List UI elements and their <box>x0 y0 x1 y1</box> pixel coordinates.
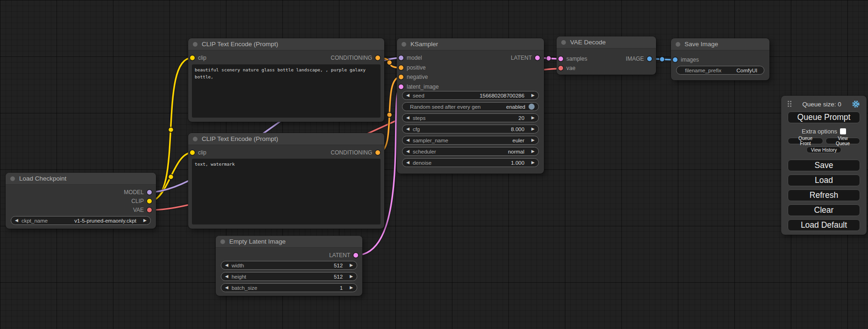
input-port-negative[interactable] <box>399 75 403 79</box>
collapse-dot-icon[interactable] <box>193 137 198 141</box>
node-title-bar[interactable]: KSampler <box>397 38 544 50</box>
decrease-arrow-icon[interactable]: ◀ <box>406 93 409 98</box>
collapse-dot-icon[interactable] <box>193 42 198 47</box>
input-port-latent-image[interactable] <box>399 84 403 89</box>
drag-handle-icon[interactable] <box>788 101 792 107</box>
input-port-model[interactable] <box>399 56 403 60</box>
node-title-bar[interactable]: Save Image <box>671 38 769 50</box>
prompt-textarea[interactable]: beautiful scenery nature glass bottle la… <box>192 64 381 118</box>
cfg-widget[interactable]: ◀ cfg 8.000 ▶ <box>402 125 539 133</box>
input-slot-model[interactable]: model <box>399 54 422 62</box>
node-title-bar[interactable]: CLIP Text Encode (Prompt) <box>188 133 384 145</box>
filename-prefix-widget[interactable]: filename_prefix ComfyUI <box>676 66 764 75</box>
scheduler-widget[interactable]: ◀ scheduler normal ▶ <box>402 147 539 156</box>
width-widget[interactable]: ◀ width 512 ▶ <box>221 261 357 270</box>
sampler-name-widget[interactable]: ◀ sampler_name euler ▶ <box>402 136 539 145</box>
input-slot-clip[interactable]: clip <box>190 54 206 62</box>
increase-arrow-icon[interactable]: ▶ <box>531 93 535 98</box>
queue-front-button[interactable]: Queue Front <box>788 138 823 144</box>
increase-arrow-icon[interactable]: ▶ <box>350 286 353 290</box>
prompt-textarea[interactable]: text, watermark <box>192 159 381 224</box>
node-vae-decode[interactable]: VAE Decode samples vae IMAGE <box>557 36 656 75</box>
node-save-image[interactable]: Save Image images filename_prefix ComfyU… <box>671 38 769 80</box>
collapse-dot-icon[interactable] <box>561 40 566 45</box>
node-empty-latent-image[interactable]: Empty Latent Image LATENT ◀ width 512 ▶ … <box>216 236 362 296</box>
node-title-bar[interactable]: VAE Decode <box>557 36 656 49</box>
collapse-dot-icon[interactable] <box>676 42 680 47</box>
node-title-bar[interactable]: Load Checkpoint <box>6 173 156 185</box>
load-default-button[interactable]: Load Default <box>788 219 860 231</box>
view-history-button[interactable]: View History <box>806 147 841 153</box>
increase-arrow-icon[interactable]: ▶ <box>350 263 353 267</box>
collapse-dot-icon[interactable] <box>402 42 406 47</box>
decrease-arrow-icon[interactable]: ◀ <box>15 218 18 223</box>
node-clip-text-encode-negative[interactable]: CLIP Text Encode (Prompt) clip CONDITION… <box>188 133 384 229</box>
decrease-arrow-icon[interactable]: ◀ <box>406 161 409 165</box>
decrease-arrow-icon[interactable]: ◀ <box>406 149 409 154</box>
output-slot-image[interactable]: IMAGE <box>626 55 652 63</box>
output-slot-conditioning[interactable]: CONDITIONING <box>331 54 380 62</box>
output-slot-clip[interactable]: CLIP <box>131 197 152 205</box>
output-port-model[interactable] <box>147 190 152 195</box>
decrease-arrow-icon[interactable]: ◀ <box>406 116 409 120</box>
input-slot-clip[interactable]: clip <box>190 149 206 156</box>
increase-arrow-icon[interactable]: ▶ <box>531 127 535 131</box>
collapse-dot-icon[interactable] <box>220 239 225 244</box>
view-queue-button[interactable]: View Queue <box>826 138 860 144</box>
decrease-arrow-icon[interactable]: ◀ <box>406 138 409 142</box>
input-port-clip[interactable] <box>190 56 195 60</box>
input-port-samples[interactable] <box>558 56 563 61</box>
input-slot-positive[interactable]: positive <box>399 64 426 71</box>
toggle-dot-icon[interactable] <box>529 104 535 110</box>
save-button[interactable]: Save <box>788 160 860 171</box>
node-title-bar[interactable]: CLIP Text Encode (Prompt) <box>188 38 384 50</box>
output-port-latent[interactable] <box>535 56 540 60</box>
height-widget[interactable]: ◀ height 512 ▶ <box>221 272 357 281</box>
output-slot-latent[interactable]: LATENT <box>329 252 358 259</box>
steps-widget[interactable]: ◀ steps 20 ▶ <box>402 113 539 122</box>
denoise-widget[interactable]: ◀ denoise 1.000 ▶ <box>402 158 539 167</box>
output-slot-conditioning[interactable]: CONDITIONING <box>331 149 380 156</box>
clear-button[interactable]: Clear <box>788 204 860 216</box>
input-port-images[interactable] <box>673 57 677 62</box>
node-clip-text-encode-positive[interactable]: CLIP Text Encode (Prompt) clip CONDITION… <box>188 38 384 122</box>
node-title-bar[interactable]: Empty Latent Image <box>216 236 362 248</box>
random-seed-toggle-widget[interactable]: Random seed after every gen enabled <box>402 102 539 111</box>
input-slot-vae[interactable]: vae <box>558 64 575 72</box>
output-port-conditioning[interactable] <box>375 56 380 60</box>
node-ksampler[interactable]: KSampler model positive negative latent_… <box>397 38 544 174</box>
increase-arrow-icon[interactable]: ▶ <box>531 138 535 142</box>
input-slot-samples[interactable]: samples <box>558 55 587 63</box>
extra-options-checkbox[interactable] <box>840 128 846 134</box>
increase-arrow-icon[interactable]: ▶ <box>531 161 535 165</box>
refresh-button[interactable]: Refresh <box>788 189 860 201</box>
input-slot-images[interactable]: images <box>673 56 699 63</box>
queue-prompt-button[interactable]: Queue Prompt <box>788 112 860 123</box>
output-slot-latent[interactable]: LATENT <box>511 54 540 62</box>
output-slot-model[interactable]: MODEL <box>124 189 152 196</box>
input-slot-negative[interactable]: negative <box>399 73 428 81</box>
increase-arrow-icon[interactable]: ▶ <box>531 149 535 154</box>
decrease-arrow-icon[interactable]: ◀ <box>225 263 228 267</box>
output-port-image[interactable] <box>647 56 652 61</box>
node-load-checkpoint[interactable]: Load Checkpoint MODEL CLIP VAE ◀ ckpt_na… <box>6 173 156 229</box>
load-button[interactable]: Load <box>788 175 860 186</box>
decrease-arrow-icon[interactable]: ◀ <box>406 127 409 131</box>
input-slot-latent-image[interactable]: latent_image <box>399 83 439 91</box>
increase-arrow-icon[interactable]: ▶ <box>143 218 147 223</box>
batch-size-widget[interactable]: ◀ batch_size 1 ▶ <box>221 283 357 292</box>
output-slot-vae[interactable]: VAE <box>133 206 152 214</box>
output-port-conditioning[interactable] <box>375 150 380 155</box>
input-port-positive[interactable] <box>399 65 403 70</box>
input-port-vae[interactable] <box>558 66 563 70</box>
output-port-vae[interactable] <box>147 208 152 212</box>
decrease-arrow-icon[interactable]: ◀ <box>225 286 228 290</box>
seed-widget[interactable]: ◀ seed 156680208700286 ▶ <box>402 91 539 100</box>
output-port-latent[interactable] <box>353 253 358 258</box>
collapse-dot-icon[interactable] <box>10 176 15 181</box>
settings-gear-icon[interactable] <box>852 100 860 108</box>
increase-arrow-icon[interactable]: ▶ <box>531 116 535 120</box>
output-port-clip[interactable] <box>147 199 152 203</box>
increase-arrow-icon[interactable]: ▶ <box>350 274 353 279</box>
input-port-clip[interactable] <box>190 150 195 155</box>
